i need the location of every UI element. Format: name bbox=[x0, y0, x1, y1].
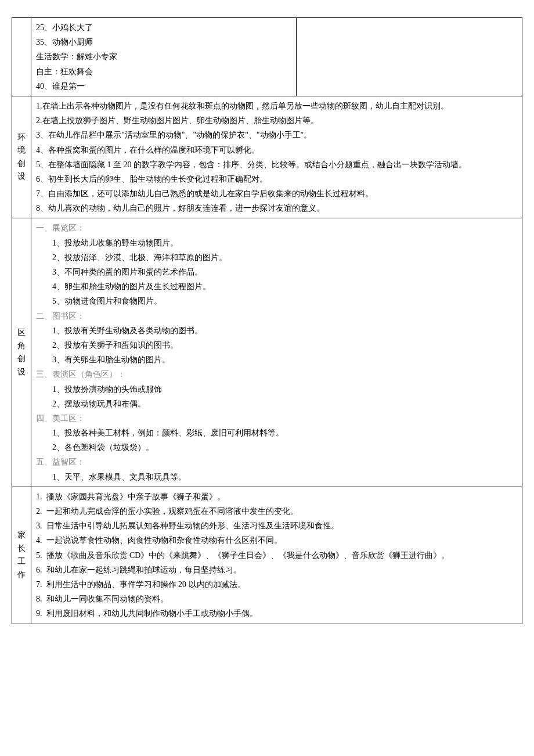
list-item: 8. 和幼儿一同收集不同动物的资料。 bbox=[36, 592, 517, 606]
label-char: 作 bbox=[13, 568, 30, 581]
row-environment: 环境创设 1.在墙上出示各种动物图片，是没有任何花纹和斑点的动物图，然后单另放一… bbox=[12, 96, 522, 218]
label-char: 区 bbox=[13, 326, 30, 339]
list-item: 4、卵生和胎生动物的图片及生长过程图片。 bbox=[36, 279, 517, 294]
line: 6、初生到长大后的卵生、胎生动物的生长变化过程和正确配对。 bbox=[36, 172, 517, 186]
label-char: 环 bbox=[13, 131, 30, 144]
env-content: 1.在墙上出示各种动物图片，是没有任何花纹和斑点的动物图，然后单另放一些动物的斑… bbox=[31, 96, 522, 218]
section-header: 二、图书区： bbox=[36, 309, 517, 323]
list-item: 2. 一起和幼儿完成会浮的蛋小实验，观察鸡蛋在不同溶液中发生的变化。 bbox=[36, 504, 517, 519]
section-header: 三、表演区（角色区）： bbox=[36, 367, 517, 381]
list-item: 7. 利用生活中的物品、事件学习和操作 20 以内的加减法。 bbox=[36, 577, 517, 592]
row-top-left: 25、小鸡长大了 35、动物小厨师 生活数学：解难小专家 自主：狂欢舞会 40、… bbox=[31, 18, 297, 96]
list-item: 1、投放有关野生动物及各类动物的图书。 bbox=[36, 323, 517, 338]
label-char: 创 bbox=[13, 157, 30, 170]
list-item: 3、不同种类的蛋的图片和蛋的艺术作品。 bbox=[36, 265, 517, 279]
line: 5、在整体墙面隐藏 1 至 20 的数字教学内容，包含：排序、分类、比较等。或结… bbox=[36, 157, 517, 172]
corners-label: 区角创设 bbox=[12, 218, 31, 487]
label-char: 设 bbox=[13, 366, 30, 379]
list-item: 1. 播放《家园共育光盘》中亲子故事《狮子和蛋》。 bbox=[36, 489, 517, 504]
parents-content: 1. 播放《家园共育光盘》中亲子故事《狮子和蛋》。2. 一起和幼儿完成会浮的蛋小… bbox=[31, 487, 522, 624]
list-item: 4. 一起说说草食性动物、肉食性动物和杂食性动物有什么区别不同。 bbox=[36, 533, 517, 548]
row-top: 25、小鸡长大了 35、动物小厨师 生活数学：解难小专家 自主：狂欢舞会 40、… bbox=[12, 18, 522, 96]
section-header: 五、益智区： bbox=[36, 455, 517, 469]
label-char: 设 bbox=[13, 170, 30, 183]
line: 25、小鸡长大了 bbox=[36, 20, 291, 35]
line: 2.在墙上投放狮子图片、野生动物图片图片、卵生动物图片、胎生动物图片等。 bbox=[36, 113, 517, 128]
label-char: 创 bbox=[13, 352, 30, 365]
list-item: 1、投放扮演动物的头饰或服饰 bbox=[36, 382, 517, 397]
list-item: 2、各色塑料袋（垃圾袋）。 bbox=[36, 440, 517, 455]
line: 自主：狂欢舞会 bbox=[36, 64, 291, 79]
list-item: 5、动物进食图片和食物图片。 bbox=[36, 294, 517, 308]
line: 生活数学：解难小专家 bbox=[36, 49, 291, 64]
list-item: 2、投放有关狮子和蛋知识的图书。 bbox=[36, 338, 517, 352]
corners-content: 一、展览区：1、投放幼儿收集的野生动物图片。2、投放沼泽、沙漠、北极、海洋和草原… bbox=[31, 218, 522, 487]
list-item: 2、投放沼泽、沙漠、北极、海洋和草原的图片。 bbox=[36, 250, 517, 265]
list-item: 3. 日常生活中引导幼儿拓展认知各种野生动物的外形、生活习性及生活环境和食性。 bbox=[36, 519, 517, 533]
section-header: 一、展览区： bbox=[36, 221, 517, 235]
line: 1.在墙上出示各种动物图片，是没有任何花纹和斑点的动物图，然后单另放一些动物的斑… bbox=[36, 99, 517, 113]
section-header: 四、美工区： bbox=[36, 411, 517, 426]
parents-label: 家长工作 bbox=[12, 487, 31, 624]
list-item: 1、投放各种美工材料，例如：颜料、彩纸、废旧可利用材料等。 bbox=[36, 426, 517, 440]
line: 8、幼儿喜欢的动物，幼儿自己的照片，好朋友连连看，进一步探讨友谊的意义。 bbox=[36, 201, 517, 215]
row-parents: 家长工作 1. 播放《家园共育光盘》中亲子故事《狮子和蛋》。2. 一起和幼儿完成… bbox=[12, 487, 522, 624]
env-label: 环境创设 bbox=[12, 96, 31, 218]
row-top-right bbox=[296, 18, 522, 96]
label-char: 角 bbox=[13, 340, 30, 352]
list-item: 1、天平、水果模具、文具和玩具等。 bbox=[36, 470, 517, 484]
label-char: 家 bbox=[13, 529, 30, 542]
list-item: 5. 播放《歌曲及音乐欣赏 CD》中的《来跳舞》、《狮子生日会》、《我是什么动物… bbox=[36, 548, 517, 563]
list-item: 9. 利用废旧材料，和幼儿共同制作动物小手工或动物小手偶。 bbox=[36, 606, 517, 621]
line: 40、谁是第一 bbox=[36, 79, 291, 93]
label-char: 长 bbox=[13, 542, 30, 555]
list-item: 1、投放幼儿收集的野生动物图片。 bbox=[36, 236, 517, 250]
lesson-plan-table: 25、小鸡长大了 35、动物小厨师 生活数学：解难小专家 自主：狂欢舞会 40、… bbox=[12, 17, 522, 624]
list-item: 3、有关卵生和胎生动物的图片。 bbox=[36, 352, 517, 367]
line: 7、自由添加区，还可以添加幼儿自己熟悉的或是幼儿在家自学后收集来的动物生长过程材… bbox=[36, 186, 517, 201]
label-char: 境 bbox=[13, 144, 30, 157]
line: 4、各种蛋窝和蛋的图片，在什么样的温度和环境下可以孵化。 bbox=[36, 143, 517, 157]
list-item: 2、摆放动物玩具和布偶。 bbox=[36, 397, 517, 411]
row-corners: 区角创设 一、展览区：1、投放幼儿收集的野生动物图片。2、投放沼泽、沙漠、北极、… bbox=[12, 218, 522, 487]
label-char: 工 bbox=[13, 555, 30, 568]
line: 35、动物小厨师 bbox=[36, 35, 291, 49]
row-top-label bbox=[12, 18, 31, 96]
list-item: 6. 和幼儿在家一起练习跳绳和拍球运动，每日坚持练习。 bbox=[36, 563, 517, 577]
line: 3、在幼儿作品栏中展示"活动室里的动物"、"动物的保护衣"、"动物小手工"。 bbox=[36, 128, 517, 142]
